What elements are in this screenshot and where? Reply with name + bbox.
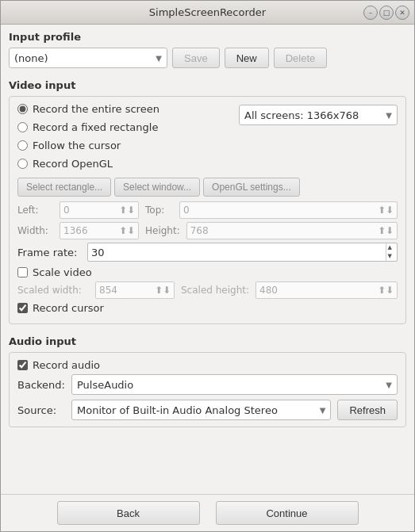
screen-dropdown[interactable]: All screens: 1366x768 ▼ [239, 105, 398, 125]
width-spin[interactable]: ⬆⬇ [119, 225, 135, 236]
save-button[interactable]: Save [172, 48, 220, 68]
framerate-up[interactable]: ▲ [388, 243, 392, 252]
radio-fixed-rectangle: Record a fixed rectangle [17, 121, 159, 133]
width-input[interactable]: 1366 ⬆⬇ [60, 222, 139, 239]
radio-entire-screen-input[interactable] [17, 104, 28, 114]
top-label: Top: [145, 205, 173, 216]
left-label: Left: [17, 205, 53, 216]
profile-select[interactable]: (none) ▼ [9, 48, 167, 68]
scaled-width-spin[interactable]: ⬆⬇ [155, 285, 171, 296]
titlebar: SimpleScreenRecorder – □ ✕ [1, 1, 414, 25]
source-select[interactable]: Monitor of Built-in Audio Analog Stereo … [71, 400, 331, 420]
main-window: SimpleScreenRecorder – □ ✕ Input profile… [0, 0, 415, 532]
scale-video-row: Scale video [17, 266, 398, 278]
radio-opengl: Record OpenGL [17, 158, 159, 170]
scale-video-checkbox[interactable] [17, 267, 28, 277]
continue-button[interactable]: Continue [216, 501, 359, 525]
screen-dropdown-value: All screens: 1366x768 [244, 109, 359, 121]
audio-input-group: Record audio Backend: PulseAudio ▼ Sourc… [9, 352, 406, 427]
profile-select-value: (none) [14, 52, 48, 64]
minimize-button[interactable]: – [363, 6, 378, 20]
action-buttons-row: Select rectangle... Select window... Ope… [17, 178, 398, 197]
framerate-label: Frame rate: [17, 247, 81, 258]
width-value: 1366 [63, 225, 88, 236]
bottom-bar: Back Continue [1, 494, 414, 531]
scaled-height-input[interactable]: 480 ⬆⬇ [256, 281, 398, 299]
source-label: Source: [17, 404, 65, 416]
height-input[interactable]: 768 ⬆⬇ [186, 222, 398, 239]
left-top-row: Left: 0 ⬆⬇ Top: 0 ⬆⬇ [17, 201, 398, 219]
radios-col: Record the entire screen Record a fixed … [17, 103, 159, 173]
radio-follow-cursor-input[interactable] [17, 140, 28, 151]
window-controls: – □ ✕ [363, 6, 409, 20]
height-spin[interactable]: ⬆⬇ [378, 225, 394, 236]
scaled-height-value: 480 [259, 285, 278, 296]
top-value: 0 [183, 205, 190, 216]
close-button[interactable]: ✕ [395, 6, 409, 20]
scaled-width-value: 854 [99, 285, 117, 296]
radio-fixed-rectangle-label: Record a fixed rectangle [33, 121, 158, 133]
screen-select-row: Record the entire screen Record a fixed … [17, 103, 398, 173]
backend-select[interactable]: PulseAudio ▼ [71, 374, 398, 395]
source-select-arrow: ▼ [320, 406, 326, 415]
backend-label: Backend: [17, 379, 65, 391]
record-cursor-checkbox[interactable] [17, 303, 28, 313]
scaled-width-label: Scaled width: [17, 285, 89, 296]
record-audio-checkbox[interactable] [17, 360, 28, 370]
framerate-spin[interactable]: ▲ ▼ [386, 243, 394, 261]
record-audio-label: Record audio [33, 359, 100, 371]
source-value: Monitor of Built-in Audio Analog Stereo [77, 404, 278, 416]
select-window-button[interactable]: Select window... [114, 178, 200, 197]
radio-fixed-rectangle-input[interactable] [17, 122, 28, 132]
record-cursor-label: Record cursor [33, 302, 104, 314]
maximize-button[interactable]: □ [379, 6, 394, 20]
refresh-button[interactable]: Refresh [337, 400, 398, 420]
backend-select-arrow: ▼ [386, 381, 392, 389]
width-height-row: Width: 1366 ⬆⬇ Height: 768 ⬆⬇ [17, 222, 398, 239]
source-row: Source: Monitor of Built-in Audio Analog… [17, 400, 398, 420]
audio-input-label: Audio input [9, 335, 406, 347]
height-label: Height: [145, 225, 180, 236]
opengl-settings-button[interactable]: OpenGL settings... [203, 178, 300, 197]
record-cursor-row: Record cursor [17, 302, 398, 314]
back-button[interactable]: Back [57, 501, 200, 525]
radio-entire-screen: Record the entire screen [17, 103, 159, 115]
record-audio-row: Record audio [17, 359, 398, 371]
profile-row: (none) ▼ Save New Delete [9, 48, 406, 68]
width-label: Width: [17, 225, 53, 236]
input-profile-label: Input profile [9, 31, 406, 43]
scaled-height-label: Scaled height: [181, 285, 249, 296]
framerate-down[interactable]: ▼ [388, 252, 392, 261]
radio-follow-cursor-label: Follow the cursor [33, 140, 121, 151]
left-value: 0 [63, 205, 70, 216]
window-title: SimpleScreenRecorder [149, 6, 266, 18]
backend-value: PulseAudio [77, 379, 133, 391]
top-spin[interactable]: ⬆⬇ [378, 205, 394, 216]
framerate-input[interactable]: 30 ▲ ▼ [87, 243, 398, 262]
select-rectangle-button[interactable]: Select rectangle... [17, 178, 111, 197]
profile-select-arrow: ▼ [156, 54, 162, 63]
scale-video-label: Scale video [33, 266, 92, 278]
framerate-value: 30 [91, 247, 105, 258]
scaled-height-spin[interactable]: ⬆⬇ [378, 285, 394, 296]
radio-follow-cursor: Follow the cursor [17, 140, 159, 151]
height-value: 768 [190, 225, 209, 236]
main-content: Input profile (none) ▼ Save New Delete V… [1, 25, 414, 494]
radio-entire-screen-label: Record the entire screen [33, 103, 159, 115]
screen-dropdown-arrow: ▼ [386, 111, 392, 120]
scaled-width-input[interactable]: 854 ⬆⬇ [95, 281, 175, 299]
left-input[interactable]: 0 ⬆⬇ [60, 201, 139, 219]
radio-opengl-label: Record OpenGL [33, 158, 113, 170]
top-input[interactable]: 0 ⬆⬇ [179, 201, 398, 219]
radio-opengl-input[interactable] [17, 159, 28, 169]
new-button[interactable]: New [225, 48, 269, 68]
delete-button[interactable]: Delete [274, 48, 328, 68]
scaled-fields-row: Scaled width: 854 ⬆⬇ Scaled height: 480 … [17, 281, 398, 299]
video-input-group: Record the entire screen Record a fixed … [9, 96, 406, 324]
framerate-row: Frame rate: 30 ▲ ▼ [17, 243, 398, 262]
backend-row: Backend: PulseAudio ▼ [17, 374, 398, 395]
left-spin[interactable]: ⬆⬇ [119, 205, 135, 216]
video-input-label: Video input [9, 79, 406, 91]
